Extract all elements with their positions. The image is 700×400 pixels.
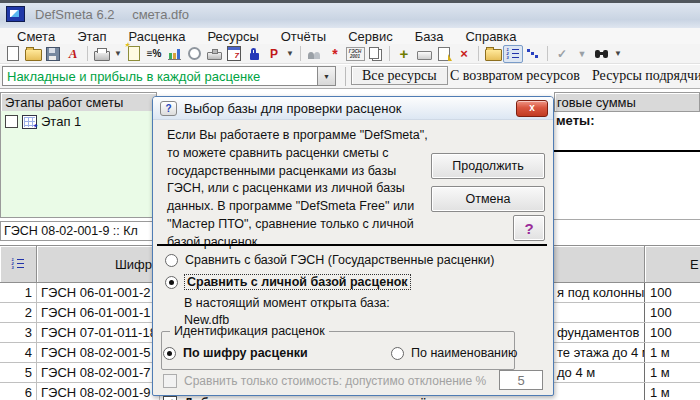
checkbox-box-disabled[interactable] [163, 374, 177, 388]
chevron-down-icon[interactable]: ▼ [317, 67, 335, 85]
dialog-intro-text: Если Вы работаете в программе "DefSmeta"… [167, 127, 431, 251]
row-code: ГЭСН 06-01-001-1 [37, 303, 159, 322]
stage-icon [22, 115, 37, 129]
checkbox-cost-label: Сравнить только стоимость: допустимо отк… [184, 374, 486, 388]
menu-bar: Смета Этап Расценка Ресурсы Отчёты Серви… [0, 28, 700, 44]
toolbar-separator [478, 46, 479, 61]
radio-compare-personal[interactable]: Сравнить с личной базой расценок [165, 275, 410, 289]
sort-icon[interactable] [523, 45, 543, 63]
row-code: ГЭСН 08-02-001-7 [37, 363, 159, 382]
help-button[interactable]: ? [513, 215, 545, 241]
row-unit-fragment: 100 [645, 323, 700, 342]
gesn-2001-icon[interactable]: ГЭСН 2001 [345, 45, 365, 63]
radio-by-code-label: По шифру расценки [183, 346, 308, 360]
press-icon[interactable] [204, 45, 224, 63]
radio-circle[interactable] [165, 254, 178, 267]
checkbox-compare-cost[interactable]: Сравнить только стоимость: допустимо отк… [163, 374, 486, 388]
menu-otchety[interactable]: Отчёты [270, 29, 337, 44]
overhead-profit-combobox[interactable]: Накладные и прибыль в каждой расценке ▼ [2, 66, 336, 86]
red-person-icon[interactable]: * [325, 45, 345, 63]
card-icon[interactable] [414, 45, 434, 63]
folder-icon[interactable] [483, 45, 503, 63]
row-code: ГЭСН 06-01-001-2 [37, 283, 159, 302]
dialog-title: Выбор базы для проверки расценок [184, 101, 401, 116]
chart-icon[interactable] [164, 45, 184, 63]
divider [554, 150, 700, 152]
menu-servis[interactable]: Сервис [337, 29, 404, 44]
radio-by-code[interactable]: По шифру расценки [163, 346, 308, 360]
groupbox-title: Идентификация расценок [170, 324, 329, 338]
radio-circle-selected[interactable] [165, 276, 178, 289]
save-icon[interactable] [43, 45, 63, 63]
radio-circle-selected[interactable] [163, 347, 176, 360]
edit-icon[interactable] [434, 45, 454, 63]
code-column-header: Шифр [37, 245, 159, 283]
stage-checkbox[interactable] [5, 115, 18, 128]
new-document-icon[interactable] [3, 45, 23, 63]
row-number: 2 [0, 303, 37, 322]
tab-returned-resources[interactable]: С возвратом ресурсов [450, 66, 580, 85]
row-unit-fragment: 1 м [645, 363, 700, 382]
stages-panel-header: Этапы работ сметы [0, 92, 157, 112]
divider [157, 244, 547, 246]
percent-list-icon[interactable]: ≡% [144, 45, 164, 63]
menu-resursy[interactable]: Ресурсы [196, 29, 269, 44]
document-name: смета.dfo [132, 7, 189, 22]
p-dropdown-icon[interactable]: ▼ [284, 45, 296, 63]
p-icon[interactable]: P [264, 45, 284, 63]
menu-etap[interactable]: Этап [66, 29, 117, 44]
menu-baza[interactable]: База [404, 29, 455, 44]
new-estimate-icon[interactable] [124, 45, 144, 63]
radio-compare-gesn[interactable]: Сравнить с базой ГЭСН (Государственные р… [165, 253, 494, 267]
unit-column-header: Е [645, 245, 700, 283]
toolbar-separator [389, 46, 390, 61]
toolbar-separator [547, 46, 548, 61]
defsmeta-window: DefSmeta 6.2 смета.dfo Смета Этап Расцен… [0, 0, 700, 400]
add-icon[interactable]: + [394, 45, 414, 63]
filter-icon[interactable]: ▼ [572, 45, 592, 63]
lock-icon[interactable] [244, 45, 264, 63]
tree-item-stage1[interactable]: Этап 1 [1, 111, 156, 129]
apply-icon[interactable]: ✓ [552, 45, 572, 63]
binoculars-icon[interactable] [592, 45, 612, 63]
deviation-input[interactable] [499, 370, 543, 390]
cancel-button[interactable]: Отмена [431, 186, 545, 212]
copy-window-icon[interactable] [365, 45, 385, 63]
title-bar[interactable]: DefSmeta 6.2 смета.dfo [0, 0, 700, 28]
calendar-icon[interactable]: 7 [224, 45, 244, 63]
delete-icon[interactable]: × [454, 45, 474, 63]
divider [345, 67, 346, 86]
gear-icon[interactable] [184, 45, 204, 63]
app-logo-icon [6, 6, 25, 22]
checkbox-report-label: Добавить в примечание расценки отчёт о р… [184, 396, 513, 400]
row-unit-fragment: 1 м [645, 343, 700, 362]
tab-all-resources[interactable]: Все ресурсы [351, 66, 448, 85]
print-icon[interactable] [92, 45, 112, 63]
divider [554, 219, 700, 220]
checkbox-box-checked[interactable]: ✓ [163, 396, 177, 400]
radio-circle[interactable] [391, 347, 404, 360]
radio-by-name[interactable]: По наименованию [391, 346, 517, 360]
open-folder-icon[interactable] [23, 45, 43, 63]
radio-personal-label: Сравнить с личной базой расценок [185, 275, 410, 289]
row-number: 1 [0, 283, 37, 302]
toolbar: A ▼ ≡% 7 P ▼ * ГЭСН 2001 + × ✓ ▼ ▼ [0, 44, 700, 64]
checkbox-add-report[interactable]: ✓ Добавить в примечание расценки отчёт о… [163, 396, 513, 400]
close-icon[interactable]: x [516, 100, 548, 117]
tab-contractor-resources[interactable]: Ресурсы подрядчика [592, 66, 700, 85]
radio-gesn-label: Сравнить с базой ГЭСН (Государственные р… [185, 253, 494, 267]
menu-spravka[interactable]: Справка [454, 29, 527, 44]
row-number-column-header [0, 245, 37, 283]
users-icon[interactable] [305, 45, 325, 63]
totals-label-fragment: меты: [556, 113, 594, 128]
row-number: 3 [0, 323, 37, 342]
continue-button[interactable]: Продолжить [431, 153, 545, 179]
check-base-dialog: ? Выбор базы для проверки расценок x Есл… [152, 96, 554, 396]
row-unit-fragment: 100 [645, 303, 700, 322]
numbered-list-icon[interactable] [503, 45, 523, 63]
print-dropdown-icon[interactable]: ▼ [112, 45, 124, 63]
font-icon[interactable]: A [63, 45, 83, 63]
find-dropdown-icon[interactable]: ▼ [612, 45, 624, 63]
menu-smeta[interactable]: Смета [6, 29, 66, 44]
dialog-title-bar[interactable]: ? Выбор базы для проверки расценок x [153, 97, 553, 120]
